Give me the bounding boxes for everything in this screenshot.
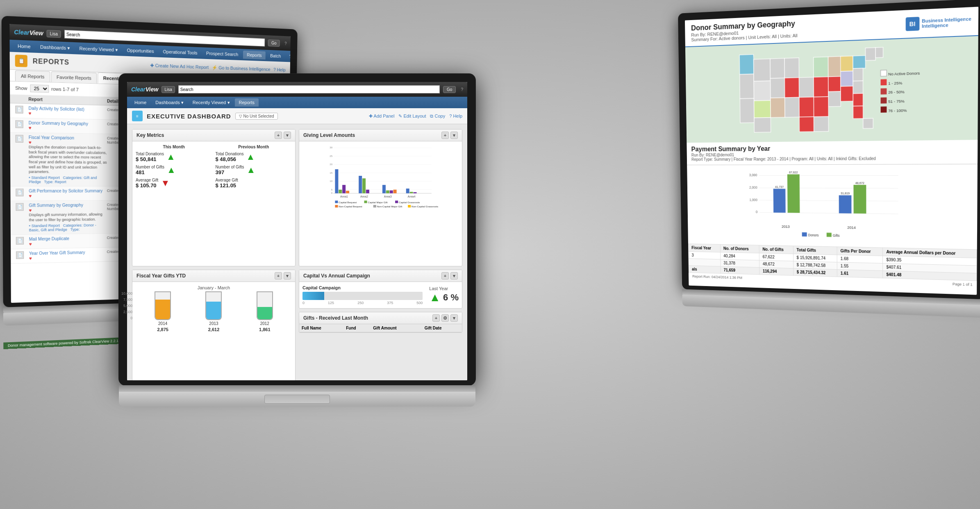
scale-0: 0 [302,301,305,305]
gifts-add-button[interactable]: + [432,314,440,322]
num-gifts-value: 481 [136,169,164,175]
tab-favorite-reports[interactable]: Favorite Reports [51,71,97,83]
giving-menu-button[interactable]: ▾ [450,132,458,139]
user-button[interactable]: Lisa [47,30,61,38]
legend-gifts-swatch [827,233,832,237]
nav-reports[interactable]: Reports [243,50,266,59]
fiscal-period: January - March [136,285,292,290]
nav-opportunities[interactable]: Opportunities [123,46,158,56]
dashboard-actions: ✚ Add Panel ✎ Edit Layout ⧉ Copy ? Help [369,114,462,119]
legend-1-25 [881,79,887,85]
dashboard-grid: Key Metrics + ▾ This Month [127,124,467,380]
payment-bar-chart: 3,000 2,000 1,000 0 2013 41,737 67,622 [687,164,978,250]
x-label-2013: 2013 [782,225,790,229]
leg-label-2: Capital Major Gift [368,201,387,204]
x-area4: Area4 [408,195,416,198]
report-name-7[interactable]: Year Over Year Gift Summary [29,250,107,256]
nav-home-front[interactable]: Home [130,98,150,107]
header-search-input-front[interactable] [178,85,440,93]
nav-dashboards[interactable]: Dashboards ▾ [36,42,74,53]
favorite-heart-6[interactable]: ♥ [29,241,32,246]
state-ut [754,100,771,118]
col-no-gifts: No. of Gifts [759,245,793,254]
state-sc [853,93,863,106]
favorite-heart-3[interactable]: ♥ [29,140,32,145]
tab-all-reports[interactable]: All Reports [15,70,50,82]
header-go-button-front[interactable]: Go [443,86,456,93]
legend-label-1-25: 1 - 25% [888,80,903,85]
state-co [771,98,785,117]
area2-bar1 [359,176,362,193]
favorite-heart-7[interactable]: ♥ [29,255,32,260]
panel-add-button[interactable]: + [275,132,282,139]
legend-label-76-100: 76 - 100% [888,108,907,113]
state-wi [814,57,828,77]
total-donations-this: Total Donations $ 50,841 ▲ [136,152,212,162]
report-name-3[interactable]: Fiscal Year Comparison [29,135,107,141]
nav-recently-viewed[interactable]: Recently Viewed ▾ [75,44,122,55]
giving-level-panel: Giving Level Amounts + ▾ 30 25 20 15 [299,129,462,266]
favorite-heart-5[interactable]: ♥ [29,208,32,213]
report-name-4[interactable]: Gift Performance by Solicitor Summary [29,189,107,193]
capital-add-button[interactable]: + [441,272,449,279]
state-sd [770,78,784,98]
nav-help[interactable]: ? [285,52,291,60]
gifts-gear-button[interactable]: ⚙ [441,314,449,322]
area1-bar3 [342,185,346,193]
state-mn [784,58,799,78]
create-adhoc-link[interactable]: ✚ Create New Ad Hoc Report [150,63,209,70]
beaker-scale-2014: 10,000 7,500 5,000 2,500 0 [132,291,133,320]
state-fl [863,118,873,129]
bar-2014-donors [839,195,852,214]
fiscal-menu-button[interactable]: ▾ [284,272,291,279]
panel-menu-button[interactable]: ▾ [284,132,291,139]
y-label-3: 1,000 [749,198,757,202]
giving-level-chart: 30 25 20 15 10 5 0 [301,143,460,209]
bar-2013-gifts-val: 67,622 [789,171,798,174]
favorite-heart-1[interactable]: ♥ [28,111,31,116]
col-report: Report [28,97,107,103]
favorite-heart-2[interactable]: ♥ [29,125,32,130]
col-gift-date: Gift Date [422,324,462,332]
add-panel-button[interactable]: ✚ Add Panel [369,114,394,119]
nav-prospect-search[interactable]: Prospect Search [202,49,242,59]
nav-dashboards-front[interactable]: Dashboards ▾ [151,98,187,107]
x-area1: Area1 [340,195,348,198]
nav-home[interactable]: Home [13,41,35,51]
help-button[interactable]: ? Help [449,114,462,118]
report-name-1[interactable]: Daily Activity by Solicitor (list) [28,106,107,112]
edit-layout-button[interactable]: ✎ Edit Layout [398,114,426,119]
nav-recently-viewed-front[interactable]: Recently Viewed ▾ [189,98,234,107]
gifts-menu-button[interactable]: ▾ [450,314,458,322]
user-button-front[interactable]: Lisa [161,86,175,93]
show-label: Show [15,85,27,91]
legend-gifts-label: Gifts [833,234,840,237]
dashboard-toolbar: ≡ EXECUTIVE DASHBOARD ▽ No Unit Selected… [127,108,467,124]
header-go-button[interactable]: Go [268,39,280,47]
giving-add-button[interactable]: + [441,132,449,139]
leg-swatch-4 [335,205,338,207]
report-name-6[interactable]: Mail Merge Duplicate [29,236,107,241]
front-center-laptop: ClearView Lisa Go ? Home Dashboards ▾ Re… [119,74,475,443]
key-metrics-title: Key Metrics [136,132,164,138]
area1-bar1 [335,169,338,193]
total-donations-value: $ 50,841 [136,156,164,162]
col-gifts-per-donor: Gifts Per Donor [837,247,883,256]
fiscal-add-button[interactable]: + [275,272,282,279]
nav-operational-tools[interactable]: Operational Tools [159,47,201,57]
copy-button[interactable]: ⧉ Copy [430,114,445,119]
help-link[interactable]: ? Help [273,67,286,73]
report-name-5[interactable]: Gift Summary by Geography [29,203,107,208]
avg-gift-prev: Average Gift $ 121.05 [216,178,292,189]
report-name-2[interactable]: Donor Summary by Geography [29,120,107,127]
area4-bar1 [406,189,409,193]
state-oh [841,56,853,71]
unit-select-button[interactable]: ▽ No Unit Selected [235,113,278,120]
capital-menu-button[interactable]: ▾ [450,272,458,279]
favorite-heart-4[interactable]: ♥ [29,193,32,198]
goto-bi-link[interactable]: ⚡ Go to Business Intelligence [212,65,271,72]
nav-reports-front[interactable]: Reports [235,98,259,107]
capital-bar-fill [302,292,324,300]
nav-batch[interactable]: Batch [266,52,285,60]
show-select[interactable]: 25 [30,84,49,93]
